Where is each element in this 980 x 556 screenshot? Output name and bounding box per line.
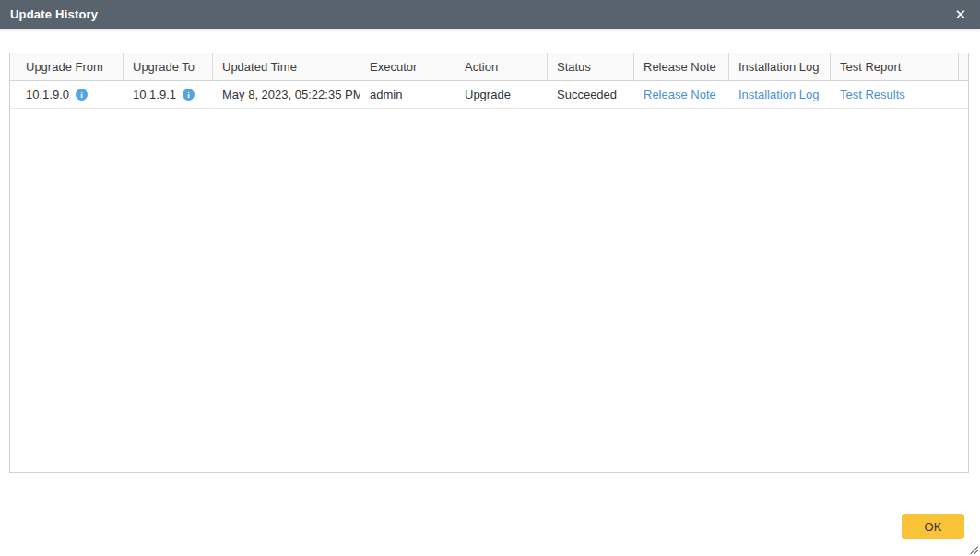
cell-executor: admin — [360, 81, 455, 108]
cell-release-note: Release Note — [634, 81, 729, 108]
dialog-titlebar[interactable]: Update History ✕ — [0, 0, 980, 29]
test-results-link[interactable]: Test Results — [840, 88, 905, 101]
col-header-test-report: Test Report — [831, 53, 959, 80]
close-icon[interactable]: ✕ — [950, 6, 970, 23]
col-header-upgrade-from: Upgrade From — [10, 53, 124, 80]
table-empty-area — [10, 109, 968, 472]
col-header-release-note: Release Note — [634, 53, 729, 80]
col-header-upgrade-to: Upgrade To — [124, 53, 213, 80]
upgrade-to-value: 10.1.9.1 — [133, 88, 176, 101]
update-history-table: Upgrade From Upgrade To Updated Time Exe… — [9, 53, 969, 473]
resize-grip-icon[interactable] — [968, 544, 978, 554]
col-header-executor: Executor — [360, 53, 455, 80]
cell-updated-time: May 8, 2023, 05:22:35 PM — [213, 81, 360, 108]
cell-installation-log: Installation Log — [729, 81, 831, 108]
installation-log-link[interactable]: Installation Log — [738, 88, 819, 101]
col-header-updated-time: Updated Time — [213, 53, 360, 80]
col-header-action: Action — [455, 53, 548, 80]
ok-button[interactable]: OK — [902, 514, 964, 539]
cell-upgrade-from: 10.1.9.0 i — [10, 81, 124, 108]
cell-action: Upgrade — [455, 81, 548, 108]
table-header-row: Upgrade From Upgrade To Updated Time Exe… — [10, 53, 968, 81]
update-history-dialog: Update History ✕ Upgrade From Upgrade To… — [0, 0, 980, 556]
cell-upgrade-to: 10.1.9.1 i — [124, 81, 213, 108]
release-note-link[interactable]: Release Note — [643, 88, 716, 101]
cell-test-report: Test Results — [831, 81, 959, 108]
info-icon[interactable]: i — [183, 89, 195, 101]
cell-status: Succeeded — [548, 81, 634, 108]
cell-filler — [959, 81, 968, 108]
dialog-title: Update History — [10, 7, 98, 21]
col-header-filler — [959, 53, 968, 80]
upgrade-from-value: 10.1.9.0 — [26, 88, 69, 101]
table-row: 10.1.9.0 i 10.1.9.1 i May 8, 2023, 05:22… — [10, 81, 968, 109]
info-icon[interactable]: i — [76, 89, 88, 101]
col-header-installation-log: Installation Log — [729, 53, 831, 80]
col-header-status: Status — [548, 53, 634, 80]
